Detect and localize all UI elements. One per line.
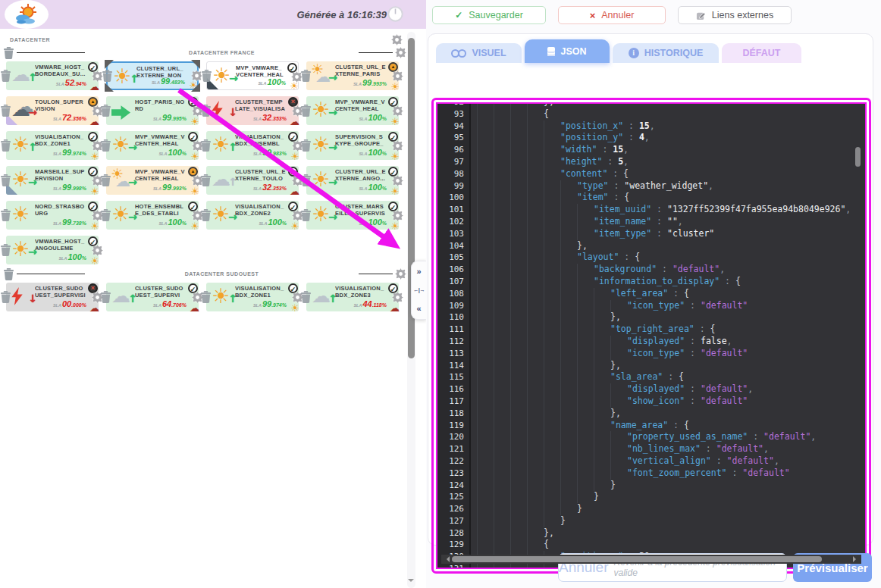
- gear-icon[interactable]: [392, 210, 403, 221]
- trash-icon[interactable]: [101, 174, 111, 186]
- widget-tile[interactable]: ☁↑CLUSTER_URL_EXTERNE_TOULON✓SLA32.353%☁: [206, 166, 299, 195]
- widget-tile[interactable]: ☁↑VISUALISATION_BDX_ZONE3✓SLA44.118%☁: [306, 283, 399, 311]
- widget-tile[interactable]: ☀→CLUSTER_MARSEILLE_SUPERVISION✓SLA100%☀: [306, 201, 399, 230]
- sun-icon: ☀→: [312, 133, 334, 156]
- trash-icon[interactable]: [1, 70, 11, 82]
- gear-icon[interactable]: [392, 140, 403, 152]
- widget-tile[interactable]: ☀→VISUALISATION_BDX_ZONE2✓SLA100%☀: [206, 201, 299, 230]
- tab-historique[interactable]: i HISTORIQUE: [613, 43, 719, 63]
- json-editor[interactable]: 9293949596979899100101102103104105106107…: [436, 102, 867, 569]
- trash-icon[interactable]: [101, 105, 111, 117]
- widget-tile[interactable]: ☀→VMWARE_HOST_ANGOULEME✓SLA100%☀: [6, 236, 99, 264]
- trash-icon[interactable]: [1, 291, 11, 303]
- trash-icon[interactable]: [301, 70, 311, 82]
- code-line: },: [477, 102, 865, 108]
- horizontal-scrollbar-thumb[interactable]: [452, 556, 822, 562]
- widget-tile[interactable]: ☀NORD_STRASBOURG✓SLA99.738%☀: [6, 201, 99, 230]
- widget-tile[interactable]: ☁→TOULON_SUPERVISION▲SLA72.356%☁: [6, 96, 99, 125]
- weather-sun-icon: ☀: [390, 117, 400, 127]
- collapse-panel-icon[interactable]: «: [416, 305, 421, 313]
- scroll-down-icon[interactable]: [408, 579, 414, 585]
- group-separator: DATACENTER SUDOUEST: [0, 267, 426, 280]
- code-line: "name_area" : {: [477, 420, 865, 432]
- widget-tile[interactable]: ☀→CLUSTER_URL_EXTERNE_ANGO...✓SLA100%☀: [306, 166, 399, 195]
- widget-tile[interactable]: ☀→HOTE_ENSEMBLE_DES_ETABLIS...✓SLA100%☀: [106, 201, 199, 230]
- widget-tile[interactable]: ☀↑VISUALISATION_BDX_ZONE1✓SLA99.974%☀: [206, 283, 299, 311]
- widget-tile[interactable]: ☁↑VMWARE_HOST_BORDEAUX_SU...✓SLA52.94%☁: [6, 61, 99, 90]
- gear-icon[interactable]: [92, 245, 103, 256]
- save-button[interactable]: ✓ Sauvegarder: [432, 6, 546, 24]
- trash-icon[interactable]: [1, 174, 11, 186]
- trash-icon[interactable]: [1, 209, 11, 221]
- trash-icon[interactable]: [1, 244, 11, 256]
- widget-tile[interactable]: ☀→MVP_VMWARE_VCENTER_HEALT...✓SLA100%☀: [106, 131, 199, 160]
- gear-icon[interactable]: [392, 70, 403, 82]
- widget-tile[interactable]: ☀☁→MVP_VMWARE_VCENTER_HEALT...▲SLA99.993…: [106, 166, 199, 195]
- gear-icon[interactable]: [191, 70, 202, 82]
- expand-panel-icon[interactable]: »: [416, 267, 421, 276]
- trash-icon[interactable]: [101, 139, 111, 152]
- trash-icon[interactable]: [301, 139, 311, 152]
- trash-icon[interactable]: [1, 139, 11, 152]
- widget-tile[interactable]: ☀↑CLUSTER_URL_EXTERNE_MONTPELIERSLA99.48…: [106, 61, 199, 90]
- weather-sun-icon: ☀: [390, 186, 400, 196]
- trash-icon[interactable]: [101, 209, 111, 221]
- trash-icon[interactable]: [201, 174, 211, 186]
- board: DATACENTER DATACENTER FRANCE☁↑VMWARE_HOS…: [0, 29, 426, 313]
- cancel-button[interactable]: × Annuler: [558, 6, 666, 24]
- scroll-right-icon[interactable]: [853, 556, 859, 562]
- widget-tile[interactable]: ☀↑VISUALISATION_BDX_ZONE1✓SLA99.974%☀: [6, 131, 99, 160]
- tab-defaut[interactable]: DÉFAUT: [722, 43, 801, 63]
- gear-icon[interactable]: [92, 70, 103, 82]
- scroll-left-icon[interactable]: [444, 556, 450, 562]
- trash-icon[interactable]: [301, 105, 311, 117]
- code-area[interactable]: },{"position_x" : 15,"position_y" : 4,"w…: [471, 102, 865, 568]
- trash-icon[interactable]: [102, 70, 112, 82]
- code-line: "top_right_area" : {: [477, 324, 865, 336]
- line-number: 105: [437, 252, 469, 264]
- trash-icon[interactable]: [201, 209, 211, 221]
- tab-json[interactable]: JSON: [525, 39, 610, 63]
- widget-tile[interactable]: HOST_PARIS_NORD✓SLA99.995%☀: [106, 96, 199, 125]
- trash-icon[interactable]: [301, 209, 311, 221]
- widget-tile[interactable]: ☀↑VISUALISATION_BDX_ENSEMBLE...✓SLA99.98…: [206, 131, 299, 160]
- widget-tile[interactable]: ☀→MVP_VMWARE_VCENTER_HEALT...✓SLA100%☀: [306, 96, 399, 125]
- trash-icon[interactable]: [101, 291, 111, 303]
- trash-icon[interactable]: [201, 291, 211, 303]
- gear-icon[interactable]: [392, 175, 403, 186]
- widget-tile[interactable]: ☁↑CLUSTER_SUDOUEST_SUPERVIS...✓SLA64.706…: [106, 283, 199, 311]
- trash-icon[interactable]: [1, 105, 11, 117]
- widget-tile[interactable]: ☀→MVP_VMWARE_VCENTER_HEALT...✓SLA100%☀: [206, 61, 299, 90]
- line-number: 95: [437, 132, 469, 144]
- trash-icon[interactable]: [301, 291, 311, 303]
- cloud-icon: ☁↑: [11, 64, 34, 86]
- sun-icon: ☀↑: [11, 133, 34, 156]
- widget-tile[interactable]: ☀→MARSEILLE_SUPERVISION✓SLA99.998%☀: [6, 166, 99, 195]
- trash-icon[interactable]: [202, 70, 212, 82]
- external-links-button[interactable]: Liens externes: [678, 6, 792, 24]
- editor-horizontal-scrollbar[interactable]: [441, 555, 861, 564]
- trash-icon[interactable]: [4, 47, 14, 59]
- editor-vertical-scrollbar-thumb[interactable]: [855, 147, 861, 167]
- gear-icon[interactable]: [395, 268, 406, 280]
- widget-tile[interactable]: ↓CLUSTER_TEMPLATE_VISUALISAT...×SLA32.35…: [206, 96, 299, 125]
- widget-tile[interactable]: ↓CLUSTER_SUDOUEST_SUPERVISION×SLA00.000%…: [6, 283, 99, 311]
- trash-icon[interactable]: [301, 174, 311, 186]
- line-number: 103: [437, 228, 469, 240]
- line-number: 109: [437, 300, 469, 312]
- gear-icon[interactable]: [391, 34, 403, 46]
- trash-icon[interactable]: [201, 105, 211, 117]
- trash-icon[interactable]: [4, 268, 14, 280]
- trash-icon[interactable]: [201, 139, 211, 152]
- gear-icon[interactable]: [392, 105, 403, 117]
- widget-tile[interactable]: ☀→SUPERVISION_SKYPE_GROUPE_T✓SLA100%☀: [306, 131, 399, 160]
- line-number: 102: [437, 216, 469, 228]
- app-logo[interactable]: [5, 0, 49, 29]
- tab-visuel[interactable]: VISUEL: [436, 43, 522, 63]
- gear-icon[interactable]: [395, 47, 406, 58]
- widget-tile[interactable]: ☀☁→CLUSTER_URL_EXTERNE_PARIS▲SLA99.993%☀: [306, 61, 399, 90]
- gear-icon[interactable]: [392, 292, 403, 303]
- line-number: 125: [437, 491, 469, 503]
- line-number: 106: [437, 264, 469, 276]
- resize-divider-icon[interactable]: ←|→: [413, 287, 425, 293]
